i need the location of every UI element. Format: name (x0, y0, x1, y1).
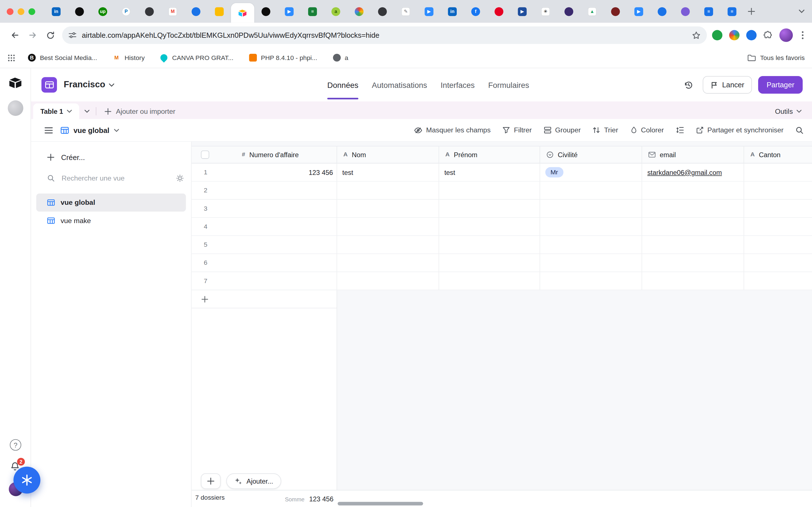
browser-tab-asterisk[interactable]: ✳ (534, 0, 557, 23)
table-cell[interactable]: starkdane06@gmail.com (642, 163, 744, 181)
column-header[interactable]: email (642, 146, 744, 163)
browser-tab-gmail[interactable]: M (161, 0, 185, 23)
table-cell[interactable] (337, 200, 439, 218)
add-or-import-button[interactable]: Ajouter ou importer (99, 103, 181, 119)
bookmark-item[interactable]: PHP 8.4.10 - phpi... (249, 54, 317, 62)
add-record-button[interactable] (201, 473, 221, 489)
tab-search-chevron-icon[interactable] (799, 9, 805, 13)
sort-button[interactable]: Trier (593, 126, 618, 134)
browser-tab-video-call-2[interactable]: ▶ (417, 0, 441, 23)
create-view-button[interactable]: Créer... (31, 149, 191, 166)
browser-tab-dark-globe[interactable] (138, 0, 161, 23)
browser-menu-icon[interactable] (800, 31, 806, 39)
color-button[interactable]: Colorer (630, 126, 664, 134)
column-header[interactable]: APrénom (439, 146, 540, 163)
browser-tab-blue-doc-2[interactable]: ≡ (720, 0, 744, 23)
table-cell[interactable] (744, 218, 812, 236)
group-button[interactable]: Grouper (544, 126, 580, 134)
browser-tab-chatgpt[interactable] (68, 0, 91, 23)
table-cell[interactable]: 1123 456 (192, 163, 337, 181)
browser-tab-blue-doc[interactable]: ≡ (697, 0, 720, 23)
select-all-checkbox[interactable] (201, 151, 209, 159)
browser-tab-dark-site[interactable] (254, 0, 278, 23)
table-cell[interactable]: test (337, 163, 439, 181)
horizontal-scrollbar[interactable] (338, 502, 807, 506)
browser-tab-triangle[interactable]: ▲ (580, 0, 604, 23)
table-cell[interactable]: 7 (192, 272, 337, 290)
bookmark-item[interactable]: a (333, 54, 348, 62)
bookmark-item[interactable]: CANVA PRO GRAT... (160, 54, 234, 62)
reload-button[interactable] (42, 26, 59, 44)
airtable-home-icon[interactable] (9, 77, 22, 90)
table-cell[interactable] (642, 272, 744, 290)
minimize-window-button[interactable] (17, 8, 24, 15)
url-text[interactable]: airtable.com/appAKehLQyTocZxbt/tblEMKGLx… (82, 31, 688, 39)
browser-profile-avatar[interactable] (779, 29, 793, 42)
browser-tab-video-call[interactable]: ▶ (277, 0, 301, 23)
view-search-input[interactable] (62, 174, 169, 182)
table-cell[interactable] (439, 218, 540, 236)
table-list-dropdown[interactable] (79, 103, 95, 119)
table-cell[interactable] (642, 254, 744, 272)
table-cell[interactable] (337, 182, 439, 200)
table-cell[interactable] (642, 182, 744, 200)
table-cell[interactable] (744, 200, 812, 218)
bookmark-star-icon[interactable] (692, 31, 701, 40)
summary-cell[interactable]: Somme123 456 (192, 494, 334, 503)
table-cell[interactable] (337, 218, 439, 236)
site-settings-icon[interactable] (68, 31, 77, 39)
close-window-button[interactable] (7, 8, 13, 15)
table-cell[interactable] (540, 254, 642, 272)
base-name[interactable]: Francisco (64, 80, 105, 90)
table-cell[interactable] (744, 272, 812, 290)
browser-tab-video-dark[interactable]: ▶ (511, 0, 534, 23)
launch-button[interactable]: Lancer (703, 76, 752, 94)
table-cell[interactable] (540, 272, 642, 290)
browser-tab-blue-dot[interactable] (185, 0, 208, 23)
horizontal-scrollbar-thumb[interactable] (338, 502, 423, 506)
browser-tab-blue-clock[interactable] (651, 0, 674, 23)
nav-tab-interfaces[interactable]: Interfaces (441, 68, 475, 101)
browser-tab-airtable[interactable] (231, 3, 254, 23)
browser-tab-green-a[interactable]: a (324, 0, 348, 23)
table-cell[interactable]: 3 (192, 200, 337, 218)
table-cell[interactable] (337, 254, 439, 272)
view-sidebar-toggle-icon[interactable] (42, 123, 56, 137)
column-header[interactable]: ACanton (744, 146, 812, 163)
zoom-window-button[interactable] (29, 8, 35, 15)
airtable-logo[interactable] (42, 77, 57, 93)
nav-tab-automatisations[interactable]: Automatisations (372, 68, 427, 101)
table-cell[interactable]: test (439, 163, 540, 181)
tools-button[interactable]: Outils (775, 103, 812, 119)
table-cell[interactable] (540, 200, 642, 218)
hide-fields-button[interactable]: Masquer les champs (414, 126, 491, 134)
chevron-down-icon[interactable] (109, 83, 114, 87)
table-cell[interactable] (337, 272, 439, 290)
messenger-fab[interactable] (13, 467, 41, 494)
browser-tab-maroon-site[interactable] (604, 0, 627, 23)
share-button[interactable]: Partager (758, 76, 803, 94)
browser-tab-video-call-3[interactable]: ▶ (627, 0, 651, 23)
table-cell[interactable] (642, 236, 744, 254)
browser-tab-rainbow[interactable] (347, 0, 371, 23)
browser-tab-sheets[interactable]: ≡ (301, 0, 324, 23)
browser-tab-dark-globe-2[interactable] (371, 0, 394, 23)
green-extension-icon[interactable] (712, 30, 723, 41)
address-bar[interactable]: airtable.com/appAKehLQyTocZxbt/tblEMKGLx… (62, 26, 707, 44)
filter-button[interactable]: Filtrer (502, 126, 532, 134)
table-tab-active[interactable]: Table 1 (33, 103, 79, 119)
table-cell[interactable] (439, 182, 540, 200)
browser-tab-linkedin-2[interactable]: in (441, 0, 464, 23)
view-item-vue-global[interactable]: vue global (36, 193, 186, 212)
add-row[interactable] (192, 290, 812, 308)
nav-tab-formulaires[interactable]: Formulaires (488, 68, 529, 101)
browser-tab-red-site[interactable] (487, 0, 511, 23)
table-cell[interactable]: 2 (192, 182, 337, 200)
browser-tab-editor[interactable]: ✎ (394, 0, 417, 23)
table-cell[interactable] (540, 218, 642, 236)
browser-tab-linkedin[interactable]: in (45, 0, 68, 23)
table-cell[interactable] (540, 236, 642, 254)
table-cell[interactable] (439, 254, 540, 272)
table-cell[interactable] (744, 254, 812, 272)
browser-tab-purple-chat[interactable] (674, 0, 697, 23)
